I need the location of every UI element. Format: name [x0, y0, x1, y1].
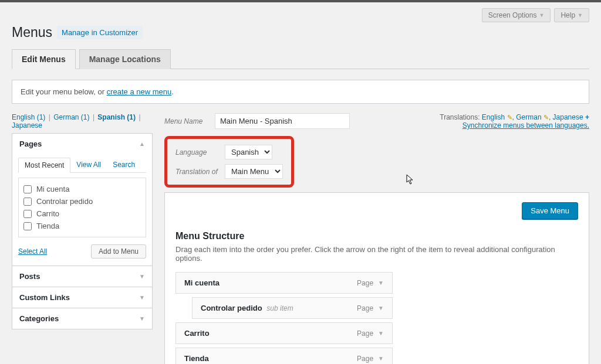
- caret-down-icon: ▼: [539, 12, 544, 18]
- screen-meta-tabs: Screen Options ▼ Help ▼: [12, 8, 589, 22]
- translations-bar: Translations: English ✎, German ✎, Japan…: [440, 113, 589, 130]
- language-label: Language: [175, 148, 219, 157]
- pages-panel-body: Most Recent View All Search Mi cuenta Co…: [12, 154, 152, 266]
- posts-panel: Posts ▼: [12, 266, 153, 287]
- screen-options-tab[interactable]: Screen Options ▼: [482, 8, 551, 22]
- nav-tabs: Edit Menus Manage Locations: [12, 49, 589, 69]
- menu-item-type: Page: [357, 329, 373, 338]
- menu-item[interactable]: Carrito Page▼: [175, 322, 393, 344]
- page-checkbox[interactable]: [23, 210, 32, 218]
- menu-item-type: Page: [357, 304, 373, 312]
- translation-japanese-link[interactable]: Japanese: [553, 113, 583, 121]
- page-title: Menus: [12, 25, 52, 40]
- custom-links-title: Custom Links: [19, 293, 70, 302]
- tab-edit-menus[interactable]: Edit Menus: [12, 49, 76, 69]
- save-row: Save Menu: [175, 202, 578, 219]
- caret-down-icon: ▼: [578, 12, 583, 18]
- caret-down-icon: ▼: [139, 315, 145, 322]
- pages-panel: Pages ▲ Most Recent View All Search Mi c…: [12, 133, 153, 266]
- lang-spanish[interactable]: Spanish (1): [97, 113, 136, 121]
- caret-down-icon[interactable]: ▼: [378, 330, 384, 336]
- synchronize-link[interactable]: Synchronize menus between languages.: [462, 121, 589, 130]
- categories-panel-header[interactable]: Categories ▼: [12, 308, 152, 329]
- language-row: Language Spanish: [175, 145, 283, 159]
- menu-item-child[interactable]: Controlar pedido sub item Page▼: [192, 297, 393, 319]
- subtab-search[interactable]: Search: [107, 158, 141, 172]
- menu-item[interactable]: Tienda Page▼: [175, 348, 393, 364]
- pencil-icon[interactable]: ✎: [507, 114, 512, 121]
- menu-top-section: Menu Name Language Spanish Translation o…: [164, 113, 589, 189]
- pages-subtabs: Most Recent View All Search: [18, 158, 146, 173]
- caret-down-icon[interactable]: ▼: [378, 355, 384, 362]
- screen-options-label: Screen Options: [488, 11, 537, 19]
- help-tab[interactable]: Help ▼: [554, 8, 589, 22]
- categories-title: Categories: [19, 314, 59, 323]
- language-filter: English (1) | German (1) | Spanish (1) |…: [12, 113, 153, 130]
- main-column: Menu Name Language Spanish Translation o…: [164, 113, 589, 364]
- menu-item-title: Controlar pedido: [201, 304, 262, 312]
- pages-panel-header[interactable]: Pages ▲: [12, 134, 152, 154]
- menu-item-type: Page: [357, 279, 373, 287]
- notice-text: Edit your menu below, or: [21, 87, 107, 96]
- pencil-icon[interactable]: ✎: [543, 114, 549, 121]
- select-all-link[interactable]: Select All: [18, 247, 47, 256]
- notice-box: Edit your menu below, or create a new me…: [12, 80, 589, 104]
- page-list: Mi cuenta Controlar pedido Carrito Tiend…: [18, 178, 146, 237]
- sidebar-column: English (1) | German (1) | Spanish (1) |…: [12, 113, 153, 329]
- manage-in-customizer-button[interactable]: Manage in Customizer: [57, 26, 143, 39]
- plus-icon[interactable]: +: [585, 113, 589, 121]
- page-item[interactable]: Tienda: [23, 220, 141, 232]
- caret-down-icon: ▼: [139, 273, 145, 280]
- page-header: Menus Manage in Customizer: [12, 25, 589, 40]
- page-item[interactable]: Controlar pedido: [23, 195, 141, 207]
- translation-of-label: Translation of: [175, 168, 219, 176]
- menu-name-label: Menu Name: [164, 117, 208, 125]
- page-checkbox[interactable]: [23, 222, 32, 230]
- tab-manage-locations[interactable]: Manage Locations: [79, 49, 171, 69]
- menu-structure-list: Mi cuenta Page▼ Controlar pedido sub ite…: [175, 272, 578, 364]
- highlight-box: Language Spanish Translation of Main Men…: [164, 136, 294, 188]
- categories-panel: Categories ▼: [12, 308, 153, 329]
- pages-title: Pages: [19, 140, 42, 148]
- page-item[interactable]: Carrito: [23, 207, 141, 220]
- posts-panel-header[interactable]: Posts ▼: [12, 266, 152, 287]
- page-checkbox[interactable]: [23, 185, 32, 193]
- menu-item-title: Mi cuenta: [184, 278, 220, 287]
- translation-of-select[interactable]: Main Menu: [225, 164, 283, 179]
- structure-title: Menu Structure: [175, 231, 578, 241]
- page-checkbox[interactable]: [23, 198, 32, 206]
- caret-down-icon: ▼: [139, 294, 145, 301]
- posts-title: Posts: [19, 272, 40, 281]
- create-new-menu-link[interactable]: create a new menu: [107, 87, 172, 96]
- custom-links-panel: Custom Links ▼: [12, 287, 153, 308]
- translations-prefix: Translations:: [440, 113, 480, 121]
- subtab-viewall[interactable]: View All: [70, 158, 107, 172]
- language-select[interactable]: Spanish: [225, 145, 272, 159]
- sub-item-label: sub item: [266, 304, 293, 312]
- lang-english[interactable]: English (1): [12, 113, 45, 121]
- caret-down-icon[interactable]: ▼: [378, 280, 384, 286]
- translation-row: Translation of Main Menu: [175, 164, 283, 179]
- menu-name-row: Menu Name: [164, 113, 440, 129]
- content-wrap: Screen Options ▼ Help ▼ Menus Manage in …: [0, 2, 601, 364]
- menu-item-type: Page: [357, 355, 373, 363]
- menu-item-title: Carrito: [184, 329, 210, 338]
- lang-german[interactable]: German (1): [53, 113, 89, 121]
- caret-up-icon: ▲: [139, 141, 145, 147]
- caret-down-icon[interactable]: ▼: [378, 305, 384, 311]
- help-label: Help: [561, 11, 575, 19]
- subtab-recent[interactable]: Most Recent: [18, 158, 70, 173]
- menu-item-title: Tienda: [184, 354, 209, 363]
- columns: English (1) | German (1) | Spanish (1) |…: [12, 113, 589, 364]
- translation-german-link[interactable]: German: [516, 113, 541, 121]
- pages-footer: Select All Add to Menu: [18, 244, 146, 258]
- add-to-menu-button[interactable]: Add to Menu: [91, 244, 146, 258]
- translation-english-link[interactable]: English: [482, 113, 505, 121]
- custom-links-panel-header[interactable]: Custom Links ▼: [12, 287, 152, 308]
- menu-name-input[interactable]: [215, 113, 350, 129]
- menu-item[interactable]: Mi cuenta Page▼: [175, 272, 393, 294]
- save-menu-button[interactable]: Save Menu: [522, 202, 578, 219]
- lang-japanese[interactable]: Japanese: [12, 121, 42, 130]
- page-item[interactable]: Mi cuenta: [23, 183, 141, 195]
- main-panel: Save Menu Menu Structure Drag each item …: [164, 192, 589, 364]
